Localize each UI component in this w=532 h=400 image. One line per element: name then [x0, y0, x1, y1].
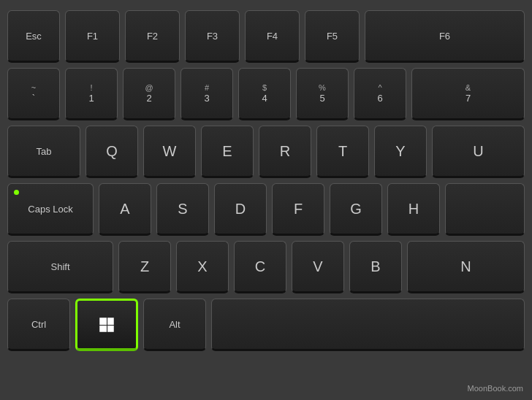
- fn-row: Esc F1 F2 F3 F4 F5 F6: [7, 10, 525, 63]
- a-label: A: [120, 201, 129, 218]
- r-label: R: [280, 143, 290, 160]
- number-row: ~ ` ! 1 @ 2 # 3 $ 4 % 5 ^ 6 & 7: [7, 68, 525, 120]
- key-capslock[interactable]: Caps Lock: [7, 183, 94, 236]
- key-7[interactable]: & 7: [411, 68, 525, 120]
- n-label: N: [460, 258, 471, 275]
- key-f[interactable]: F: [272, 183, 324, 236]
- f-label: F: [294, 201, 303, 218]
- key-x[interactable]: X: [176, 241, 229, 293]
- 1-top: !: [90, 84, 92, 92]
- z-label: Z: [140, 258, 149, 275]
- 5-top: %: [319, 84, 326, 92]
- f6-label: F6: [439, 31, 450, 42]
- alt-label: Alt: [169, 319, 180, 330]
- key-t[interactable]: T: [316, 126, 369, 178]
- f1-label: F1: [87, 31, 98, 42]
- tab-label: Tab: [37, 146, 52, 157]
- 2-bottom: 2: [146, 93, 151, 103]
- b-label: B: [370, 258, 380, 275]
- h-label: H: [408, 201, 419, 218]
- 7-bottom: 7: [466, 93, 471, 103]
- 6-bottom: 6: [377, 93, 382, 103]
- key-g[interactable]: G: [330, 183, 382, 236]
- 5-bottom: 5: [319, 93, 324, 103]
- key-h[interactable]: H: [387, 183, 440, 236]
- asdf-row: Caps Lock A S D F G H: [7, 183, 525, 236]
- key-a[interactable]: A: [99, 183, 151, 236]
- key-space[interactable]: [211, 299, 525, 351]
- tilde-bottom: `: [32, 93, 35, 103]
- keyboard-container: Esc F1 F2 F3 F4 F5 F6 ~ ` ! 1 @: [0, 0, 532, 400]
- key-v[interactable]: V: [292, 241, 344, 293]
- caps-lock-indicator: [14, 190, 19, 195]
- caps-label: Caps Lock: [28, 204, 72, 215]
- watermark: MoonBook.com: [468, 384, 523, 393]
- s-label: S: [178, 201, 187, 218]
- key-6[interactable]: ^ 6: [354, 68, 406, 120]
- w-label: W: [163, 143, 177, 160]
- 4-bottom: 4: [262, 93, 267, 103]
- 4-top: $: [262, 84, 267, 92]
- key-f5[interactable]: F5: [305, 10, 360, 63]
- g-label: G: [350, 201, 362, 218]
- key-q[interactable]: Q: [86, 126, 138, 178]
- 6-top: ^: [378, 84, 381, 92]
- 7-top: &: [466, 84, 471, 92]
- qwerty-row: Tab Q W E R T Y U: [7, 126, 525, 178]
- 1-bottom: 1: [88, 93, 94, 103]
- key-j[interactable]: [445, 183, 525, 236]
- f5-label: F5: [327, 31, 338, 42]
- x-label: X: [197, 258, 207, 275]
- key-alt[interactable]: Alt: [143, 299, 206, 351]
- 2-top: @: [145, 84, 153, 92]
- f4-label: F4: [267, 31, 278, 42]
- key-f4[interactable]: F4: [245, 10, 300, 63]
- c-label: C: [255, 258, 265, 275]
- key-1[interactable]: ! 1: [65, 68, 118, 120]
- zxcv-row: Shift Z X C V B N: [7, 241, 525, 293]
- key-esc[interactable]: Esc: [7, 10, 60, 63]
- key-z[interactable]: Z: [118, 241, 171, 293]
- key-s[interactable]: S: [156, 183, 209, 236]
- key-tilde[interactable]: ~ `: [7, 68, 60, 120]
- d-label: D: [235, 201, 246, 218]
- f3-label: F3: [207, 31, 218, 42]
- key-b[interactable]: B: [349, 241, 402, 293]
- key-shift-left[interactable]: Shift: [7, 241, 113, 293]
- key-2[interactable]: @ 2: [123, 68, 175, 120]
- key-u[interactable]: U: [432, 126, 525, 178]
- 3-bottom: 3: [204, 93, 209, 103]
- esc-label: Esc: [26, 31, 42, 42]
- v-label: V: [313, 258, 322, 275]
- key-tab[interactable]: Tab: [7, 126, 80, 178]
- key-windows[interactable]: [75, 299, 138, 351]
- key-3[interactable]: # 3: [180, 68, 233, 120]
- key-ctrl[interactable]: Ctrl: [7, 299, 70, 351]
- ctrl-label: Ctrl: [31, 319, 46, 330]
- key-c[interactable]: C: [234, 241, 286, 293]
- key-e[interactable]: E: [201, 126, 254, 178]
- key-f1[interactable]: F1: [65, 10, 120, 63]
- key-y[interactable]: Y: [374, 126, 427, 178]
- t-label: T: [338, 143, 347, 160]
- key-r[interactable]: R: [259, 126, 311, 178]
- key-n[interactable]: N: [407, 241, 525, 293]
- e-label: E: [222, 143, 232, 160]
- key-5[interactable]: % 5: [296, 68, 349, 120]
- bottom-row: Ctrl Alt: [7, 299, 525, 351]
- key-f3[interactable]: F3: [185, 10, 240, 63]
- key-f2[interactable]: F2: [125, 10, 180, 63]
- key-4[interactable]: $ 4: [238, 68, 291, 120]
- key-f6[interactable]: F6: [365, 10, 525, 63]
- tilde-top: ~: [31, 84, 36, 92]
- u-label: U: [473, 143, 483, 160]
- windows-icon: [97, 315, 116, 334]
- key-d[interactable]: D: [214, 183, 267, 236]
- q-label: Q: [106, 143, 118, 160]
- shift-label: Shift: [50, 261, 69, 272]
- key-w[interactable]: W: [143, 126, 196, 178]
- f2-label: F2: [147, 31, 158, 42]
- 3-top: #: [205, 84, 209, 92]
- y-label: Y: [395, 143, 405, 160]
